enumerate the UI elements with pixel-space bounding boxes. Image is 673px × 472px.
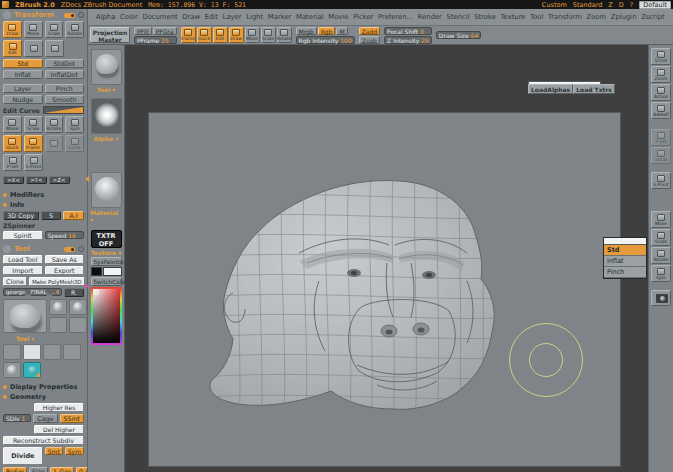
brush-quick-menu-header[interactable] [604, 238, 646, 245]
z-button[interactable]: Z [608, 1, 612, 9]
panel-collapse-arrow[interactable] [85, 176, 89, 182]
menu-item[interactable]: Alpha [96, 13, 115, 21]
move-button-right[interactable]: Move [651, 211, 671, 228]
tool-toggle[interactable] [64, 247, 75, 252]
r-button[interactable]: R. [64, 288, 84, 297]
make-polymesh3d-button[interactable]: Make PolyMesh3D [29, 277, 85, 286]
rgb-button[interactable]: Rgb [318, 27, 336, 35]
default-config-button[interactable]: Default [639, 1, 671, 9]
transform-palette-header[interactable]: Transform [3, 11, 84, 19]
menu-item[interactable]: Material [296, 13, 324, 21]
move-xform-button[interactable]: Move [3, 116, 22, 133]
edit-button[interactable]: Edit [3, 40, 22, 57]
frame-button[interactable]: Frame [24, 135, 43, 152]
texture-picker-label[interactable]: Texture ▾ [91, 249, 122, 256]
scale-mode-button[interactable]: Scale [261, 27, 276, 43]
zoom-button[interactable]: Zoom [651, 66, 671, 83]
tool-thumb-stroke2[interactable] [63, 344, 81, 360]
camera-snapshot-button[interactable] [651, 290, 671, 306]
quick-button[interactable]: Quick [3, 135, 22, 152]
pfgra-button[interactable]: PFGra [153, 27, 177, 35]
rotate-button[interactable]: Rotate [65, 21, 84, 38]
wireframe-cube-button[interactable] [45, 135, 64, 152]
clone-button[interactable]: Clone [3, 277, 27, 286]
tool-palette-header[interactable]: Tool [3, 245, 84, 253]
m-button[interactable]: M [336, 27, 347, 35]
switchcolor-button[interactable]: SwitchColor [91, 277, 122, 286]
menu-item[interactable]: Texture [501, 13, 526, 21]
tool-thumb-star[interactable] [3, 344, 21, 360]
tool-thumb-brush[interactable] [49, 317, 67, 333]
tool-cycle-icon[interactable] [78, 246, 84, 252]
texture-off-button[interactable]: TXTR OFF [91, 230, 122, 248]
import-button[interactable]: Import [3, 266, 43, 275]
stddot-brush-button[interactable]: StdDot [45, 59, 85, 68]
syspalette-button[interactable]: SysPalette: [91, 257, 122, 266]
transform-toggle[interactable] [64, 13, 75, 18]
pset-button[interactable]: P:Set [3, 154, 22, 171]
spivot-button-right[interactable]: S.Pivot [651, 172, 671, 189]
transform-cycle-icon[interactable] [78, 12, 84, 18]
zsub-button[interactable]: Zsub [359, 36, 380, 44]
alpha-picker-label[interactable]: Alpha ▾ [94, 135, 118, 142]
menu-item[interactable]: Render [418, 13, 442, 21]
rotate-xform-button[interactable]: Rotate [45, 116, 64, 133]
export-button[interactable]: Export [45, 266, 85, 275]
menu-item[interactable]: Document [142, 13, 177, 21]
scale-xform-button[interactable]: Scale [24, 116, 43, 133]
color-picker[interactable] [91, 287, 122, 345]
tool-thumb-ring3d[interactable] [3, 362, 21, 378]
edit-mode-button[interactable]: Edit [213, 27, 228, 43]
smooth-brush-button[interactable]: Smooth [45, 95, 85, 104]
menu-item[interactable]: Edit [205, 13, 218, 21]
menu-item[interactable]: Movie [328, 13, 348, 21]
draw-mode-button[interactable]: Draw [229, 27, 244, 43]
menu-item-inflat[interactable]: Inflat [604, 256, 646, 267]
draw-size-slider[interactable]: Draw Size 64 [436, 31, 481, 39]
tool-picker[interactable] [91, 49, 122, 85]
spivot-button[interactable]: S.Pivot [24, 154, 43, 171]
panel-drag-arrow[interactable] [85, 283, 89, 289]
scroll-button[interactable]: Scroll [651, 48, 671, 65]
load-txtrs-button[interactable]: Load Txtrs [573, 84, 615, 94]
pframe-slider[interactable]: PFrame 25 [134, 36, 177, 44]
rotate-button-right[interactable]: Rotate [651, 247, 671, 264]
reconstruct-subdiv-button[interactable]: Reconstruct Subdiv [3, 436, 84, 445]
cage-button[interactable]: Cage [33, 414, 57, 423]
secondary-color-swatch[interactable] [103, 267, 122, 276]
ai-button[interactable]: A.I [63, 211, 84, 220]
standard-ui-button[interactable]: Standard [573, 1, 603, 9]
display-properties-section[interactable]: Display Properties [3, 383, 84, 391]
menu-item[interactable]: Layer [223, 13, 242, 21]
tool-picker-label[interactable]: Tool ▾ [97, 86, 116, 93]
main-color-swatch[interactable] [91, 267, 102, 276]
rotate-mode-button[interactable]: Rotate [277, 27, 292, 43]
s-button[interactable]: S [41, 211, 62, 220]
spin-button[interactable]: Spin [65, 116, 84, 133]
higher-res-button[interactable]: Higher Res [34, 403, 84, 412]
layer-brush-button[interactable]: Layer [3, 84, 43, 93]
local-button[interactable]: Local [65, 135, 84, 152]
z-intensity-slider[interactable]: Z Intensity 25 [384, 36, 432, 44]
menu-item[interactable]: Zscript [641, 13, 665, 21]
menu-item[interactable]: Light [246, 13, 263, 21]
move-mode-button[interactable]: Move [245, 27, 260, 43]
help-button[interactable]: ? [630, 1, 633, 9]
sdiv-slider[interactable]: SDiv 1 [3, 414, 31, 422]
nudge-brush-button[interactable]: Nudge [3, 95, 43, 104]
menu-item-pinch[interactable]: Pinch [604, 267, 646, 278]
canvas-area[interactable]: LoadAlphas Load Txtrs Std Inflat Pinch [125, 45, 648, 472]
load-tool-button[interactable]: Load Tool [3, 255, 43, 264]
tool-picker-caption[interactable]: Tool ▾ [3, 335, 47, 342]
menu-item[interactable]: Tool [530, 13, 543, 21]
menu-item-std[interactable]: Std [604, 245, 646, 256]
tool-thumb-active-polymesh[interactable] [23, 362, 41, 378]
tool-thumb-plane[interactable] [23, 344, 41, 360]
cutoff-button-4[interactable]: 0-Grp [76, 467, 88, 472]
mirror-z-button[interactable]: >Z< [49, 176, 70, 184]
rgb-intensity-slider[interactable]: Rgb Intensity 100 [296, 36, 355, 44]
del-higher-button[interactable]: Del Higher [34, 425, 84, 434]
ssmt-button[interactable]: SSmt [60, 414, 84, 423]
tool-thumb-sphere3d[interactable] [49, 299, 67, 315]
aahalf-button[interactable]: AAHalf [651, 102, 671, 119]
